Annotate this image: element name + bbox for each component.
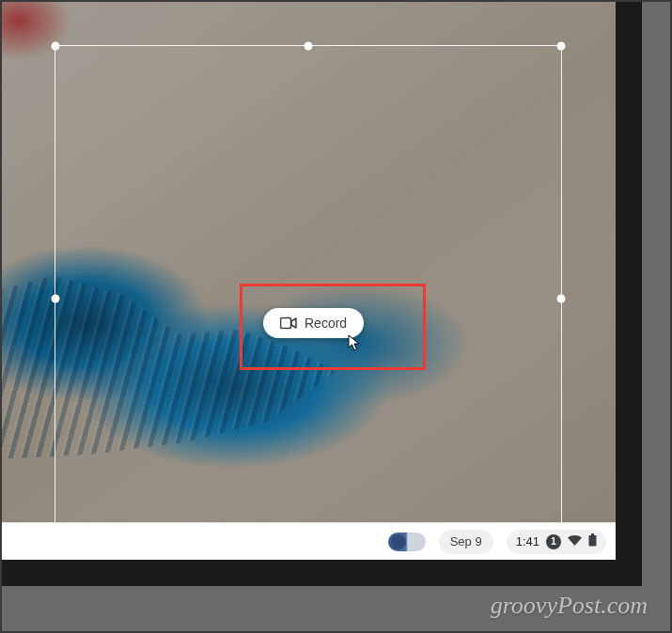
notification-badge: 1 [546, 534, 561, 549]
svg-rect-0 [281, 318, 291, 329]
svg-rect-2 [589, 535, 597, 547]
date-text: Sep 9 [450, 534, 482, 548]
camera-icon [280, 316, 297, 330]
wifi-icon [568, 533, 582, 550]
record-button[interactable]: Record [263, 308, 364, 338]
time-text: 1:41 [516, 534, 539, 548]
battery-icon [588, 533, 597, 550]
shelf-taskbar: Sep 9 1:41 1 [0, 522, 616, 560]
status-tray[interactable]: 1:41 1 [507, 530, 606, 554]
record-button-label: Record [305, 316, 347, 331]
status-date[interactable]: Sep 9 [439, 530, 493, 554]
svg-rect-1 [591, 533, 594, 535]
screen-area: Record Sep 9 1:41 1 [0, 0, 616, 560]
monitor-bezel: Record Sep 9 1:41 1 [0, 0, 642, 586]
watermark-text: groovyPost.com [491, 592, 648, 620]
desktop-background [0, 0, 616, 522]
capture-mode-toggle[interactable] [388, 533, 426, 551]
